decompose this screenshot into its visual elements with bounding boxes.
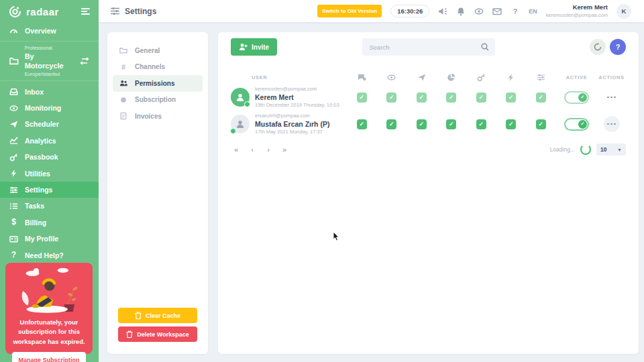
delete-workspace-button[interactable]: Delete Workspace [118, 326, 197, 342]
active-toggle[interactable]: ✓ [564, 118, 589, 131]
pagination-first-button[interactable]: « [231, 145, 241, 154]
avatar[interactable]: K [616, 4, 631, 19]
sidebar-menu-icon[interactable] [81, 7, 90, 16]
row-email: keremozden@pompaa.com [255, 86, 339, 93]
manage-subscription-button[interactable]: Manage Subscription Now [12, 352, 86, 362]
id-card-icon [9, 235, 18, 243]
chart-line-icon [9, 136, 18, 145]
row-name: Mustafa Ercan Zırh (P) [255, 119, 329, 129]
language-selector[interactable]: EN [529, 8, 537, 15]
passbook-key-icon [466, 73, 496, 82]
pagination-last-button[interactable]: » [279, 145, 290, 154]
settings-tab-invoices[interactable]: Invoices [113, 108, 203, 125]
folder-icon [119, 46, 127, 54]
settings-tab-subscription[interactable]: Subscription [113, 92, 203, 109]
users-icon [119, 79, 127, 87]
permission-checkbox-analytics[interactable]: ✓ [446, 93, 456, 103]
search-box [362, 38, 495, 56]
permission-checkbox-scheduler[interactable]: ✓ [417, 119, 427, 129]
inbox-chat-icon [347, 73, 377, 82]
permissions-card: Invite ? USER ACTIVE ACTIONS [218, 32, 639, 354]
sidebar-item-settings[interactable]: Settings [0, 182, 99, 198]
sidebar-item-scheduler[interactable]: Scheduler [0, 116, 99, 132]
page-size-select[interactable]: 10 ▼ [596, 143, 626, 156]
sidebar-item-billing[interactable]: $ Billing [0, 215, 99, 231]
swap-workspace-icon[interactable] [80, 57, 89, 65]
sidebar-item-analytics[interactable]: Analytics [0, 133, 99, 149]
settings-sliders-icon [526, 73, 556, 82]
loading-label: Loading... [550, 146, 575, 153]
utilities-bolt-icon [496, 73, 527, 82]
user-name: Kerem Mert [546, 3, 608, 11]
column-actions: ACTIONS [598, 74, 626, 80]
sidebar-item-need-help[interactable]: ? Need Help? [0, 247, 99, 263]
refresh-button[interactable] [590, 39, 606, 55]
permission-checkbox-passbook[interactable]: ✓ [476, 119, 486, 129]
table-row: ercanzirh@pompaa.com Mustafa Ercan Zırh … [231, 111, 626, 137]
workspace-timezone: Europe/Istanbul [25, 71, 74, 78]
sidebar-item-inbox[interactable]: Inbox [0, 83, 99, 99]
refresh-icon [594, 43, 602, 51]
user-avatar [231, 88, 250, 107]
analytics-pie-icon [437, 73, 467, 82]
permission-checkbox-utilities[interactable]: ✓ [506, 119, 516, 129]
settings-menu-card: General # Channels Permissions Subscript… [107, 32, 208, 354]
permission-checkbox-utilities[interactable]: ✓ [506, 93, 516, 103]
permission-checkbox-scheduler[interactable]: ✓ [417, 93, 427, 103]
presence-dot [244, 101, 250, 107]
row-actions-menu[interactable] [607, 97, 616, 99]
messages-envelope-icon[interactable] [492, 7, 502, 16]
sidebar-item-monitoring[interactable]: Monitoring [0, 100, 99, 116]
settings-tab-permissions[interactable]: Permissions [113, 75, 203, 92]
invite-button[interactable]: Invite [231, 38, 277, 56]
sidebar-item-passbook[interactable]: Passbook [0, 149, 99, 165]
paper-plane-icon [9, 120, 18, 129]
permission-checkbox-settings[interactable]: ✓ [536, 119, 546, 129]
announcements-megaphone-icon[interactable] [438, 7, 447, 16]
chevron-down-icon: ▼ [617, 147, 622, 152]
help-question-icon[interactable]: ? [511, 7, 520, 16]
row-date: 17th May 2021 Monday, 17:37 [255, 129, 329, 135]
inbox-icon [9, 87, 18, 96]
logo-row: radaar [0, 0, 99, 23]
settings-tab-channels[interactable]: # Channels [113, 59, 203, 76]
subscription-expired-message: Unfortunately, your subscription for thi… [5, 318, 93, 347]
permission-checkbox-monitoring[interactable]: ✓ [386, 119, 396, 129]
permission-checkbox-inbox[interactable]: ✓ [357, 93, 367, 103]
notifications-bell-icon[interactable] [456, 7, 466, 16]
permission-checkbox-inbox[interactable]: ✓ [357, 119, 367, 129]
scheduler-plane-icon [407, 73, 437, 82]
watch-eye-icon[interactable] [474, 7, 484, 16]
search-input[interactable] [368, 43, 481, 52]
permission-checkbox-analytics[interactable]: ✓ [446, 119, 456, 129]
logo-text: radaar [26, 6, 59, 17]
file-icon [119, 112, 127, 120]
sidebar-item-utilities[interactable]: Utilities [0, 165, 99, 181]
sidebar-item-tasks[interactable]: Tasks [0, 198, 99, 214]
column-active: ACTIVE [556, 74, 598, 80]
workspace-switcher[interactable]: Professional By Motorcycle Europe/Istanb… [0, 41, 99, 81]
permission-checkbox-monitoring[interactable]: ✓ [386, 93, 396, 103]
pagination-prev-button[interactable]: ‹ [247, 145, 258, 154]
sidebar-item-overview[interactable]: Overview [0, 23, 99, 39]
search-icon[interactable] [481, 43, 489, 51]
pagination-next-button[interactable]: › [263, 145, 274, 154]
toggle-knob-check: ✓ [578, 93, 587, 102]
row-actions-menu[interactable] [604, 116, 620, 132]
permission-checkbox-settings[interactable]: ✓ [536, 93, 546, 103]
sidebar-item-my-profile[interactable]: My Profile [0, 231, 99, 247]
settings-tab-general[interactable]: General [113, 42, 203, 59]
gauge-icon [9, 27, 18, 36]
help-button[interactable]: ? [610, 39, 626, 55]
person-icon [235, 93, 245, 102]
page-sliders-icon[interactable] [111, 7, 119, 15]
switch-old-version-button[interactable]: Switch to Old Version [317, 5, 382, 17]
user-menu[interactable]: Kerem Mert keremozden@pompaa.com [546, 3, 608, 18]
active-toggle[interactable]: ✓ [564, 91, 589, 104]
clear-cache-button[interactable]: Clear Cache [118, 308, 197, 323]
eye-icon [9, 104, 18, 113]
permission-checkbox-passbook[interactable]: ✓ [476, 93, 486, 103]
subscription-expired-card: Unfortunately, your subscription for thi… [5, 263, 93, 354]
presence-dot [230, 128, 236, 134]
user-email: keremozden@pompaa.com [546, 12, 608, 19]
